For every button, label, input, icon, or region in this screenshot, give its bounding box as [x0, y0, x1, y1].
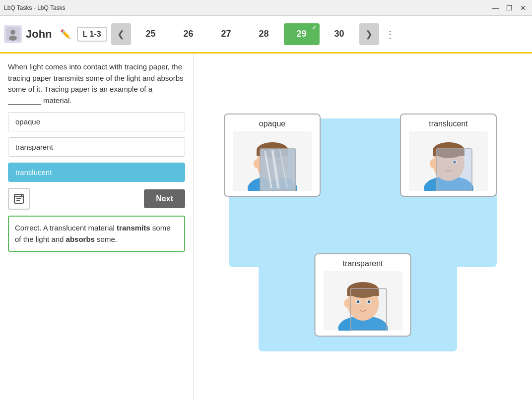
bottom-controls: Next — [8, 188, 185, 210]
option-opaque[interactable]: opaque — [8, 112, 185, 131]
option-translucent[interactable]: translucent — [8, 163, 185, 182]
card-transparent: transparent — [315, 253, 411, 337]
card-translucent-content — [409, 131, 488, 191]
minimize-button[interactable]: — — [490, 3, 500, 13]
card-opaque-content — [233, 131, 312, 191]
nav-next-button[interactable]: ❯ — [359, 23, 379, 45]
left-panel: When light comes into contact with traci… — [0, 54, 194, 401]
svg-point-12 — [254, 159, 260, 168]
question-text: When light comes into contact with traci… — [8, 61, 185, 106]
card-transparent-label: transparent — [343, 259, 383, 268]
window-title: LbQ Tasks - LbQ Tasks — [4, 4, 490, 11]
close-button[interactable]: ✕ — [518, 3, 528, 13]
page-btn-26[interactable]: 26 — [171, 23, 206, 45]
svg-point-2 — [9, 36, 17, 41]
title-bar: LbQ Tasks - LbQ Tasks — ❐ ✕ — [0, 0, 532, 16]
right-panel: opaque — [194, 54, 532, 401]
user-avatar — [4, 25, 22, 43]
illustration-area: opaque — [219, 104, 507, 351]
edit-button[interactable] — [8, 188, 30, 210]
window-controls: — ❐ ✕ — [490, 3, 528, 13]
svg-rect-26 — [436, 149, 472, 191]
option-transparent[interactable]: transparent — [8, 137, 185, 157]
page-btn-27[interactable]: 27 — [208, 23, 244, 45]
page-btn-30[interactable]: 30 — [322, 23, 357, 45]
svg-rect-39 — [350, 288, 386, 331]
next-button[interactable]: Next — [144, 189, 185, 208]
card-transparent-content — [323, 271, 402, 331]
svg-point-1 — [10, 30, 15, 35]
page-btn-25[interactable]: 25 — [133, 23, 169, 45]
restore-button[interactable]: ❐ — [504, 3, 514, 13]
card-translucent-label: translucent — [429, 119, 467, 128]
user-name: John — [26, 28, 52, 41]
more-options-button[interactable]: ⋮ — [381, 23, 399, 45]
svg-point-38 — [344, 299, 350, 308]
level-badge[interactable]: L 1-3 — [77, 27, 107, 42]
card-translucent: translucent — [400, 114, 497, 197]
main-content: When light comes into contact with traci… — [0, 54, 532, 401]
nav-prev-button[interactable]: ❮ — [111, 23, 131, 45]
svg-point-25 — [430, 159, 436, 168]
feedback-text: Correct. A translucent material transmit… — [15, 224, 170, 243]
page-btn-28[interactable]: 28 — [246, 23, 282, 45]
page-btn-29[interactable]: 29 — [284, 23, 320, 45]
feedback-box: Correct. A translucent material transmit… — [8, 216, 185, 252]
toolbar: John ✏️ L 1-3 ❮ 25 26 27 28 29 30 ❯ ⋮ — [0, 16, 532, 54]
pencil-icon[interactable]: ✏️ — [60, 29, 71, 40]
card-opaque: opaque — [224, 114, 321, 197]
card-opaque-label: opaque — [259, 119, 285, 128]
